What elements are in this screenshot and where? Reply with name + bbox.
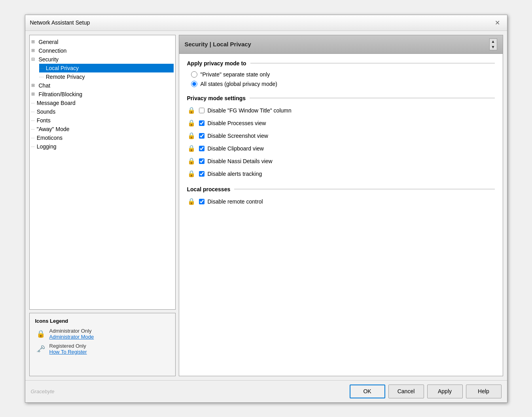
tree-item-remote-privacy[interactable]: ···· Remote Privacy — [39, 72, 174, 81]
checkbox-label-disable-processes[interactable]: Disable Processes view — [208, 120, 266, 126]
tree-label-security: Security — [38, 56, 60, 63]
tree-item-message-board[interactable]: ··· Message Board — [31, 99, 174, 107]
administrator-mode-link[interactable]: Administrator Mode — [49, 334, 94, 340]
tree-item-security[interactable]: ⊟ Security — [31, 55, 174, 64]
checkbox-disable-clipboard[interactable] — [199, 146, 204, 151]
connector-fonts: ··· — [31, 118, 35, 123]
tree-item-connection[interactable]: ⊞ Connection — [31, 46, 174, 55]
checkbox-disable-fg[interactable] — [199, 108, 204, 113]
lock-icon-disable-remote: 🔒 — [187, 197, 196, 206]
checkbox-label-disable-alerts[interactable]: Disable alerts tracking — [208, 171, 262, 177]
legend-label-admin: Administrator Only — [49, 328, 94, 334]
legend-text-registered: Registered Only How To Register — [49, 343, 87, 355]
tree-item-chat[interactable]: ⊞ Chat — [31, 81, 174, 90]
apply-privacy-title: Apply privacy mode to — [187, 60, 246, 67]
connector-away-mode: ··· — [31, 127, 35, 131]
icons-legend: Icons Legend 🔒 Administrator Only Admini… — [29, 313, 176, 376]
checkbox-disable-remote[interactable] — [199, 199, 204, 204]
tree-item-logging[interactable]: ··· Logging — [31, 142, 174, 151]
tree-item-general[interactable]: ⊞ General — [31, 38, 174, 46]
cancel-button[interactable]: Cancel — [388, 385, 424, 398]
radio-private-state[interactable]: "Private" separate state only — [191, 71, 495, 78]
up-down-button[interactable]: ▲ ▼ — [489, 38, 497, 50]
tree-item-filtration[interactable]: ⊞ Filtration/Blocking — [31, 90, 174, 99]
tree-label-filtration: Filtration/Blocking — [38, 91, 84, 98]
radio-input-private-state[interactable] — [191, 71, 197, 78]
tree-view[interactable]: ⊞ General ⊞ Connection ⊟ Security ···· L… — [29, 35, 176, 310]
tree-label-emoticons: Emoticons — [36, 134, 64, 141]
ok-button[interactable]: OK — [350, 385, 385, 398]
radio-label-all-states[interactable]: All states (global privacy mode) — [201, 81, 278, 87]
help-button[interactable]: Help — [466, 385, 502, 398]
apply-privacy-header: Apply privacy mode to — [187, 60, 495, 67]
privacy-settings-group: Privacy mode settings 🔒 Disable "FG Wind… — [187, 95, 495, 178]
checkbox-row-disable-clipboard: 🔒 Disable Clipboard view — [187, 144, 495, 153]
checkbox-row-disable-processes: 🔒 Disable Processes view — [187, 119, 495, 128]
tree-label-away-mode: "Away" Mode — [36, 126, 71, 133]
expand-icon-general: ⊞ — [31, 39, 38, 44]
connector-sounds: ··· — [31, 109, 35, 114]
security-children: ···· Local Privacy ···· Remote Privacy — [39, 64, 174, 81]
connector-logging: ··· — [31, 144, 35, 149]
tree-item-sounds[interactable]: ··· Sounds — [31, 107, 174, 116]
legend-text-admin: Administrator Only Administrator Mode — [49, 328, 94, 340]
lock-icon-disable-alerts: 🔒 — [187, 169, 196, 178]
checkbox-label-disable-fg[interactable]: Disable "FG Window Title" column — [208, 107, 292, 114]
checkbox-label-disable-nassi[interactable]: Disable Nassi Details view — [208, 158, 273, 164]
checkbox-disable-screenshot[interactable] — [199, 133, 204, 139]
checkbox-row-disable-remote: 🔒 Disable remote control — [187, 197, 495, 206]
close-button[interactable]: ✕ — [493, 18, 502, 27]
tree-item-fonts[interactable]: ··· Fonts — [31, 116, 174, 125]
checkbox-row-disable-nassi: 🔒 Disable Nassi Details view — [187, 157, 495, 166]
main-dialog: Network Assistant Setup ✕ ⊞ General ⊞ Co… — [25, 15, 507, 403]
checkbox-label-disable-screenshot[interactable]: Disable Screenshot view — [208, 133, 268, 139]
apply-privacy-line — [250, 63, 495, 63]
checkbox-label-disable-clipboard[interactable]: Disable Clipboard view — [208, 145, 264, 152]
apply-button[interactable]: Apply — [427, 385, 463, 398]
checkbox-disable-alerts[interactable] — [199, 171, 204, 177]
radio-input-all-states[interactable] — [191, 81, 197, 87]
lock-icon-disable-screenshot: 🔒 — [187, 131, 196, 140]
tree-label-general: General — [38, 38, 60, 46]
checkbox-label-disable-remote[interactable]: Disable remote control — [208, 198, 263, 205]
tree-item-local-privacy[interactable]: ···· Local Privacy — [39, 64, 174, 72]
content-area: Apply privacy mode to "Private" separate… — [179, 54, 503, 376]
connector-remote-privacy: ···· — [39, 74, 44, 79]
down-arrow[interactable]: ▼ — [490, 44, 497, 50]
apply-privacy-group: Apply privacy mode to "Private" separate… — [187, 60, 495, 87]
tree-label-fonts: Fonts — [36, 117, 52, 124]
tree-label-connection: Connection — [38, 47, 68, 54]
checkbox-disable-nassi[interactable] — [199, 158, 204, 164]
legend-label-registered: Registered Only — [49, 343, 87, 349]
lock-icon-disable-processes: 🔒 — [187, 119, 196, 128]
how-to-register-link[interactable]: How To Register — [49, 349, 87, 355]
lock-icon-disable-nassi: 🔒 — [187, 157, 196, 166]
key-icon: 🗝️ — [35, 343, 46, 354]
window-title: Network Assistant Setup — [30, 19, 90, 26]
connector-local-privacy: ···· — [39, 66, 44, 70]
expand-icon-security: ⊟ — [31, 57, 38, 62]
connector-message-board: ··· — [31, 101, 35, 105]
radio-all-states[interactable]: All states (global privacy mode) — [191, 81, 495, 87]
tree-label-sounds: Sounds — [36, 108, 57, 115]
connector-emoticons: ··· — [31, 135, 35, 140]
tree-item-away-mode[interactable]: ··· "Away" Mode — [31, 125, 174, 133]
checkbox-row-disable-alerts: 🔒 Disable alerts tracking — [187, 169, 495, 178]
legend-title: Icons Legend — [35, 318, 170, 324]
radio-label-private-state[interactable]: "Private" separate state only — [201, 71, 270, 78]
local-processes-title: Local processes — [187, 186, 231, 192]
legend-item-admin: 🔒 Administrator Only Administrator Mode — [35, 328, 170, 340]
checkbox-row-disable-fg: 🔒 Disable "FG Window Title" column — [187, 106, 495, 115]
left-panel: ⊞ General ⊞ Connection ⊟ Security ···· L… — [29, 35, 176, 376]
tree-item-emoticons[interactable]: ··· Emoticons — [31, 133, 174, 142]
expand-icon-chat: ⊞ — [31, 83, 38, 88]
privacy-settings-title: Privacy mode settings — [187, 95, 246, 101]
dialog-footer: Gracebyte OK Cancel Apply Help — [25, 380, 507, 402]
expand-icon-connection: ⊞ — [31, 48, 38, 53]
local-processes-header: Local processes — [187, 186, 495, 192]
legend-item-registered: 🗝️ Registered Only How To Register — [35, 343, 170, 355]
tree-label-local-privacy: Local Privacy — [45, 65, 80, 72]
up-arrow[interactable]: ▲ — [490, 39, 497, 44]
checkbox-disable-processes[interactable] — [199, 120, 204, 126]
privacy-settings-header: Privacy mode settings — [187, 95, 495, 101]
